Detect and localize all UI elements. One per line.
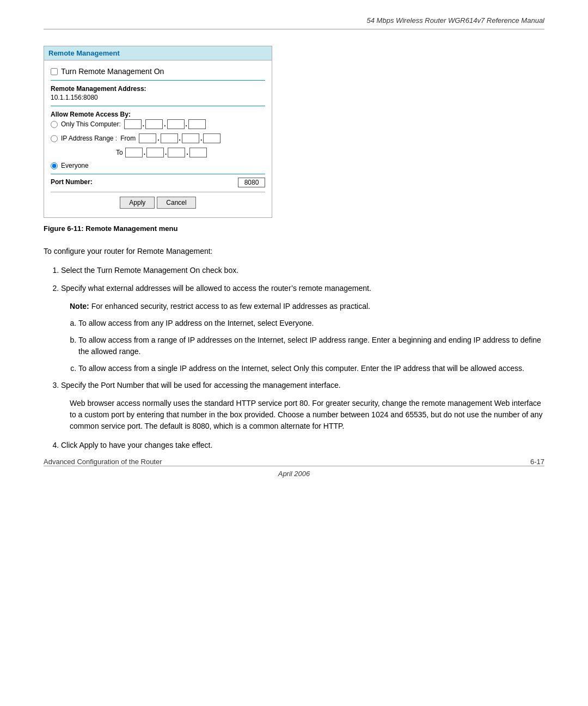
footer-center: April 2006 xyxy=(44,470,544,478)
step-3: Specify the Port Number that will be use… xyxy=(61,380,544,391)
page-header: 54 Mbps Wireless Router WGR614v7 Referen… xyxy=(44,16,544,29)
everyone-label: Everyone xyxy=(61,162,89,169)
ip-range-from-ip: . . . xyxy=(139,133,220,143)
apply-button[interactable]: Apply xyxy=(120,197,155,209)
ip-dot-3: . xyxy=(186,120,187,128)
only-computer-label: Only This Computer: xyxy=(61,120,121,128)
footer-row: Advanced Configuration of the Router 6-1… xyxy=(44,458,544,466)
alpha-item-a: To allow access from any IP address on t… xyxy=(78,318,544,329)
ip-to-octet-3[interactable] xyxy=(168,148,185,157)
everyone-row: Everyone xyxy=(51,162,265,169)
port-number-field[interactable]: 8080 xyxy=(238,178,265,187)
allow-access-label: Allow Remote Access By: xyxy=(51,111,265,118)
ip-to-octet-1[interactable] xyxy=(125,148,143,157)
ip-dot-4: . xyxy=(157,135,159,142)
page-container: 54 Mbps Wireless Router WGR614v7 Referen… xyxy=(0,0,588,500)
body-intro: To configure your router for Remote Mana… xyxy=(44,246,544,257)
button-row: Apply Cancel xyxy=(51,192,265,211)
ip-dot-2: . xyxy=(164,120,166,128)
alpha-list: To allow access from any IP address on t… xyxy=(78,318,544,374)
step4-list: Click Apply to have your changes take ef… xyxy=(61,440,544,451)
rm-box-content: Turn Remote Management On Remote Managem… xyxy=(44,60,272,217)
turn-rm-checkbox[interactable] xyxy=(51,68,58,75)
only-computer-radio[interactable] xyxy=(51,121,58,128)
ip-octet-1b[interactable] xyxy=(145,119,163,129)
rm-address-label: Remote Management Address: xyxy=(51,85,265,93)
ip-range-to-label: To xyxy=(116,149,123,156)
note-text: For enhanced security, restrict access t… xyxy=(91,302,370,311)
remote-management-box: Remote Management Turn Remote Management… xyxy=(44,46,272,218)
ip-range-to-row: To . . . xyxy=(116,148,265,157)
rm-address-value: 10.1.1.156:8080 xyxy=(51,94,265,101)
ip-octet-1d[interactable] xyxy=(188,119,206,129)
port-number-label: Port Number: xyxy=(51,178,93,186)
steps-list: Select the Turn Remote Management On che… xyxy=(61,265,544,294)
everyone-radio[interactable] xyxy=(51,162,58,169)
ip-to-octet-2[interactable] xyxy=(146,148,164,157)
ip-from-octet-4[interactable] xyxy=(203,133,220,143)
step-4: Click Apply to have your changes take ef… xyxy=(61,440,544,451)
cancel-button[interactable]: Cancel xyxy=(157,197,195,209)
alpha-item-c: To allow access from a single IP address… xyxy=(78,363,544,374)
header-title: 54 Mbps Wireless Router WGR614v7 Referen… xyxy=(367,16,544,25)
allow-access-section: Allow Remote Access By: Only This Comput… xyxy=(51,111,265,169)
ip-octet-1a[interactable] xyxy=(124,119,142,129)
only-computer-row: Only This Computer: . . . xyxy=(51,119,265,129)
rm-divider-1 xyxy=(51,80,265,81)
ip-octet-1c[interactable] xyxy=(167,119,185,129)
ip-to-octet-4[interactable] xyxy=(189,148,207,157)
rm-address-section: Remote Management Address: 10.1.1.156:80… xyxy=(51,85,265,101)
turn-rm-on-row: Turn Remote Management On xyxy=(51,67,265,76)
ip-range-radio-row: IP Address Range : From . . . xyxy=(51,133,265,143)
ip-dot-9: . xyxy=(186,149,188,156)
port-number-row: Port Number: 8080 xyxy=(51,174,265,187)
step-2: Specify what external addresses will be … xyxy=(61,283,544,294)
step3-list: Specify the Port Number that will be use… xyxy=(61,380,544,391)
footer-left: Advanced Configuration of the Router xyxy=(44,458,162,466)
ip-range-to-ip: . . . xyxy=(125,148,207,157)
ip-range-label: IP Address Range : xyxy=(61,135,117,142)
note-block: Note: For enhanced security, restrict ac… xyxy=(70,301,544,312)
ip-dot-7: . xyxy=(144,149,145,156)
note-label: Note: xyxy=(70,302,89,311)
ip-to-row: To . . . xyxy=(116,148,265,157)
ip-range-radio[interactable] xyxy=(51,135,58,142)
only-computer-ip: . . . xyxy=(124,119,206,129)
ip-dot-5: . xyxy=(179,135,181,142)
ip-from-octet-1[interactable] xyxy=(139,133,156,143)
turn-rm-label: Turn Remote Management On xyxy=(61,67,164,76)
ip-from-octet-2[interactable] xyxy=(161,133,178,143)
page-footer: Advanced Configuration of the Router 6-1… xyxy=(44,458,544,478)
step-1: Select the Turn Remote Management On che… xyxy=(61,265,544,276)
ip-range-from-label: From xyxy=(120,135,136,142)
ip-dot-8: . xyxy=(165,149,167,156)
figure-caption: Figure 6-11: Remote Management menu xyxy=(44,224,544,233)
ip-dot-1: . xyxy=(143,120,144,128)
alpha-item-b: To allow access from a range of IP addre… xyxy=(78,334,544,357)
ip-from-octet-3[interactable] xyxy=(182,133,199,143)
ip-dot-6: . xyxy=(200,135,202,142)
rm-divider-2 xyxy=(51,106,265,106)
footer-right: 6-17 xyxy=(530,458,544,466)
step3-detail: Web browser access normally uses the sta… xyxy=(70,398,544,432)
rm-box-title: Remote Management xyxy=(44,46,272,60)
